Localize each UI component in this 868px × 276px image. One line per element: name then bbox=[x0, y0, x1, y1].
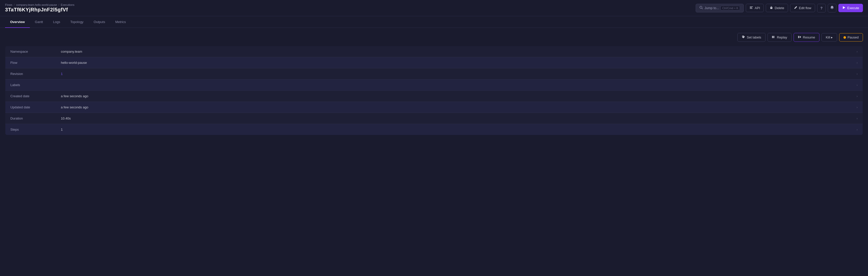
svg-rect-4 bbox=[750, 8, 753, 9]
expand-icon: › bbox=[857, 117, 858, 120]
delete-icon bbox=[770, 6, 773, 10]
created-date-value: a few seconds ago › bbox=[56, 91, 863, 102]
steps-value: 1 › bbox=[56, 124, 863, 135]
table-row: Labels › bbox=[5, 80, 863, 91]
created-date-label: Created date bbox=[5, 91, 56, 102]
svg-rect-2 bbox=[750, 7, 753, 7]
tab-metrics[interactable]: Metrics bbox=[110, 17, 131, 28]
revision-label: Revision bbox=[5, 68, 56, 80]
expand-icon: › bbox=[857, 105, 858, 109]
api-icon bbox=[750, 6, 753, 10]
table-row: Updated date a few seconds ago › bbox=[5, 102, 863, 113]
duration-value: 10.40s › bbox=[56, 113, 863, 124]
breadcrumb-flows-link[interactable]: Flows bbox=[5, 3, 12, 6]
set-labels-button[interactable]: Set labels bbox=[737, 33, 766, 42]
resume-button[interactable]: Resume bbox=[794, 33, 819, 42]
flow-label: Flow bbox=[5, 57, 56, 68]
updated-date-value: a few seconds ago › bbox=[56, 102, 863, 113]
breadcrumb-separator-1: / bbox=[14, 3, 15, 6]
execute-label: Execute bbox=[847, 6, 859, 10]
steps-label: Steps bbox=[5, 124, 56, 135]
paused-dot-icon bbox=[843, 36, 846, 39]
replay-button[interactable]: Replay bbox=[768, 33, 791, 42]
api-label: API bbox=[755, 6, 760, 10]
expand-icon: › bbox=[857, 50, 858, 54]
search-icon bbox=[700, 6, 703, 10]
paused-button[interactable]: Paused bbox=[839, 33, 863, 41]
tab-outputs[interactable]: Outputs bbox=[89, 17, 110, 28]
label-icon bbox=[742, 35, 745, 39]
bell-icon bbox=[830, 6, 834, 10]
breadcrumb-flow-name-link[interactable]: company.team.hello-world-pause bbox=[16, 3, 57, 6]
tab-topology[interactable]: Topology bbox=[65, 17, 89, 28]
breadcrumb: Flows / company.team.hello-world-pause /… bbox=[5, 3, 74, 6]
table-row: Flow hello-world-pause › bbox=[5, 57, 863, 68]
api-button[interactable]: API bbox=[746, 4, 764, 12]
page-title: 3TaTf6KYjRhpJnF2l5gfVf bbox=[5, 7, 74, 13]
labels-label: Labels bbox=[5, 80, 56, 91]
notification-button[interactable] bbox=[828, 4, 836, 12]
namespace-value: company.team › bbox=[56, 46, 863, 57]
help-icon: ? bbox=[820, 6, 823, 10]
help-button[interactable]: ? bbox=[817, 4, 826, 12]
resume-icon bbox=[798, 35, 801, 39]
replay-icon bbox=[772, 35, 775, 39]
tab-overview[interactable]: Overview bbox=[5, 17, 30, 28]
expand-icon: › bbox=[857, 61, 858, 65]
delete-label: Delete bbox=[775, 6, 784, 10]
table-row: Namespace company.team › bbox=[5, 46, 863, 57]
edit-flow-label: Edit flow bbox=[799, 6, 811, 10]
tab-logs[interactable]: Logs bbox=[48, 17, 65, 28]
top-bar-left: Flows / company.team.hello-world-pause /… bbox=[5, 3, 74, 13]
duration-label: Duration bbox=[5, 113, 56, 124]
paused-label: Paused bbox=[847, 35, 859, 39]
svg-rect-6 bbox=[773, 36, 774, 38]
jump-to-button[interactable]: Jump to... Ctrl/Cmd + K bbox=[696, 4, 744, 12]
resume-label: Resume bbox=[803, 35, 815, 39]
revision-link[interactable]: 1 bbox=[61, 72, 63, 76]
table-row: Steps 1 › bbox=[5, 124, 863, 135]
tab-gantt[interactable]: Gantt bbox=[30, 17, 48, 28]
table-row: Duration 10.40s › bbox=[5, 113, 863, 124]
edit-icon bbox=[794, 6, 797, 10]
svg-rect-7 bbox=[798, 36, 799, 38]
top-bar: Flows / company.team.hello-world-pause /… bbox=[0, 0, 868, 16]
table-row: Revision 1 › bbox=[5, 68, 863, 80]
keyboard-shortcut: Ctrl/Cmd + K bbox=[720, 6, 740, 10]
expand-icon: › bbox=[857, 83, 858, 87]
content-area: Set labels Replay Resume Kill ▸ bbox=[0, 28, 868, 140]
edit-flow-button[interactable]: Edit flow bbox=[790, 4, 815, 12]
svg-rect-3 bbox=[750, 7, 752, 8]
execute-button[interactable]: Execute bbox=[838, 4, 863, 12]
top-bar-actions: Jump to... Ctrl/Cmd + K API Delete bbox=[696, 4, 863, 12]
expand-icon: › bbox=[857, 94, 858, 98]
updated-date-label: Updated date bbox=[5, 102, 56, 113]
execute-icon bbox=[842, 6, 846, 10]
table-row: Created date a few seconds ago › bbox=[5, 91, 863, 102]
expand-icon: › bbox=[857, 128, 858, 131]
revision-value: 1 › bbox=[56, 68, 863, 80]
breadcrumb-executions: Executions bbox=[61, 3, 74, 6]
svg-rect-5 bbox=[772, 36, 773, 38]
breadcrumb-separator-2: / bbox=[58, 3, 59, 6]
action-bar: Set labels Replay Resume Kill ▸ bbox=[5, 33, 863, 42]
flow-value: hello-world-pause › bbox=[56, 57, 863, 68]
namespace-label: Namespace bbox=[5, 46, 56, 57]
detail-table: Namespace company.team › Flow hello-worl… bbox=[5, 46, 863, 135]
set-labels-label: Set labels bbox=[747, 35, 761, 39]
delete-button[interactable]: Delete bbox=[766, 4, 788, 12]
svg-line-1 bbox=[702, 8, 703, 9]
tabs-bar: Overview Gantt Logs Topology Outputs Met… bbox=[0, 16, 868, 28]
jump-to-label: Jump to... bbox=[705, 6, 719, 10]
replay-label: Replay bbox=[777, 35, 787, 39]
labels-value: › bbox=[56, 80, 863, 91]
kill-label: Kill ▸ bbox=[826, 35, 833, 39]
expand-icon: › bbox=[857, 72, 858, 76]
kill-button[interactable]: Kill ▸ bbox=[822, 33, 837, 41]
